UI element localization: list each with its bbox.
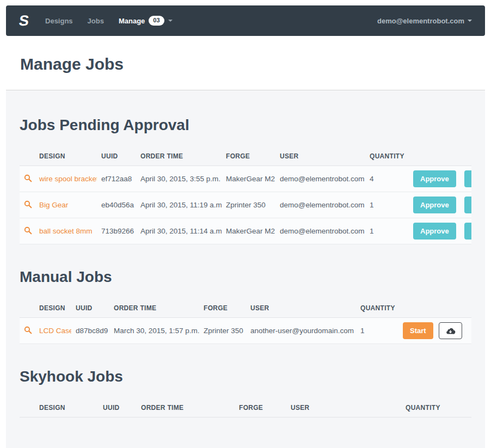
- nav-item-designs-label: Designs: [45, 17, 73, 25]
- column-header-user: USER: [286, 398, 401, 418]
- start-button[interactable]: Start: [403, 322, 433, 339]
- column-header-quantity: QUANTITY: [365, 147, 409, 166]
- table-header-row: DESIGNUUIDORDER TIMEFORGEUSERQUANTITY: [20, 147, 471, 166]
- user-cell: demo@elementrobot.com: [275, 192, 365, 218]
- actions-cell: Start: [398, 318, 471, 344]
- design-link[interactable]: ball socket 8mm: [39, 227, 93, 235]
- main-content: Jobs Pending Approval DESIGNUUIDORDER TI…: [6, 90, 485, 448]
- column-header-forge: FORGE: [222, 147, 275, 166]
- column-header-forge: FORGE: [199, 299, 246, 318]
- order-time-cell: April 30, 2015, 11:19 a.m.: [136, 192, 222, 218]
- design-preview-cell: [20, 318, 35, 344]
- nav-item-jobs-label: Jobs: [88, 17, 104, 25]
- design-cell: Big Gear: [35, 192, 97, 218]
- page-title: Manage Jobs: [20, 55, 471, 73]
- nav-item-manage[interactable]: Manage 03: [119, 16, 173, 26]
- user-email-label: demo@elementrobot.com: [377, 17, 464, 25]
- column-header-user: USER: [246, 299, 356, 318]
- column-header-forge: FORGE: [235, 398, 286, 418]
- column-header-design: DESIGN: [35, 147, 97, 166]
- uuid-cell: 713b9266: [97, 218, 136, 244]
- cloud-download-button[interactable]: [439, 322, 462, 339]
- pending-count-badge: 03: [149, 16, 164, 26]
- page-head: Manage Jobs: [6, 55, 485, 73]
- manual-jobs-table: DESIGNUUIDORDER TIMEFORGEUSERQUANTITY LC…: [20, 299, 471, 344]
- search-icon[interactable]: [24, 200, 32, 208]
- actions-cell: ApproveDeny: [409, 166, 471, 192]
- forge-cell: MakerGear M2: [222, 218, 275, 244]
- design-link[interactable]: LCD Case: [39, 327, 71, 335]
- deny-button[interactable]: Deny: [464, 197, 471, 213]
- design-preview-cell: [20, 166, 35, 192]
- column-header-design: DESIGN: [35, 299, 71, 318]
- user-cell: demo@elementrobot.com: [275, 166, 365, 192]
- table-row: wire spool bracketef712aa8April 30, 2015…: [20, 166, 471, 192]
- table-row: ball socket 8mm713b9266April 30, 2015, 1…: [20, 218, 471, 244]
- search-icon[interactable]: [24, 326, 32, 334]
- pending-approval-table: DESIGNUUIDORDER TIMEFORGEUSERQUANTITY wi…: [20, 147, 471, 244]
- column-header-design: DESIGN: [35, 398, 99, 418]
- design-link[interactable]: Big Gear: [39, 201, 68, 209]
- approve-button[interactable]: Approve: [413, 197, 456, 213]
- design-link[interactable]: wire spool bracket: [39, 175, 97, 183]
- page-wrapper: S Designs Jobs Manage 03 demo@elementrob…: [0, 0, 491, 448]
- skyhook-jobs-table: DESIGNUUIDORDER TIMEFORGEUSERQUANTITY: [20, 398, 471, 418]
- design-cell: wire spool bracket: [35, 166, 97, 192]
- column-spacer: [20, 299, 35, 318]
- actions-cell: ApproveDeny: [409, 192, 471, 218]
- caret-down-icon: [468, 20, 472, 22]
- design-preview-cell: [20, 218, 35, 244]
- nav-item-jobs[interactable]: Jobs: [88, 17, 104, 25]
- section-title-pending-approval: Jobs Pending Approval: [20, 116, 471, 134]
- column-header-uuid: UUID: [71, 299, 109, 318]
- caret-down-icon: [168, 20, 173, 22]
- column-spacer: [20, 147, 35, 166]
- column-header-order-time: ORDER TIME: [137, 398, 235, 418]
- table-row: Big Geareb40d56aApril 30, 2015, 11:19 a.…: [20, 192, 471, 218]
- table-header-row: DESIGNUUIDORDER TIMEFORGEUSERQUANTITY: [20, 299, 471, 318]
- deny-button[interactable]: Deny: [464, 170, 471, 187]
- order-time-cell: March 30, 2015, 1:57 p.m.: [109, 318, 199, 344]
- column-header-order-time: ORDER TIME: [136, 147, 222, 166]
- nav-item-manage-label: Manage: [119, 17, 145, 25]
- table-header-row: DESIGNUUIDORDER TIMEFORGEUSERQUANTITY: [20, 398, 471, 418]
- quantity-cell: 1: [365, 192, 409, 218]
- forge-cell: Zprinter 350: [222, 192, 275, 218]
- uuid-cell: ef712aa8: [97, 166, 136, 192]
- column-actions-spacer: [409, 147, 471, 166]
- column-header-order-time: ORDER TIME: [109, 299, 199, 318]
- user-menu[interactable]: demo@elementrobot.com: [377, 17, 472, 25]
- uuid-cell: eb40d56a: [97, 192, 136, 218]
- section-title-skyhook-jobs: Skyhook Jobs: [20, 368, 471, 385]
- quantity-cell: 4: [365, 166, 409, 192]
- cloud-download-icon: [445, 328, 456, 336]
- user-cell: demo@elementrobot.com: [275, 218, 365, 244]
- column-spacer: [20, 398, 35, 418]
- search-icon[interactable]: [24, 226, 32, 235]
- column-header-uuid: UUID: [97, 147, 136, 166]
- order-time-cell: April 30, 2015, 3:55 p.m.: [136, 166, 222, 192]
- order-time-cell: April 30, 2015, 11:14 a.m.: [136, 218, 222, 244]
- quantity-cell: 1: [356, 318, 398, 344]
- nav-item-designs[interactable]: Designs: [45, 17, 73, 25]
- forge-cell: MakerGear M2: [222, 166, 275, 192]
- deny-button[interactable]: Deny: [464, 223, 471, 240]
- quantity-cell: 1: [365, 218, 409, 244]
- section-title-manual-jobs: Manual Jobs: [20, 268, 471, 286]
- navbar: S Designs Jobs Manage 03 demo@elementrob…: [6, 5, 485, 36]
- approve-button[interactable]: Approve: [413, 170, 456, 187]
- column-header-uuid: UUID: [99, 398, 137, 418]
- search-icon[interactable]: [24, 174, 32, 182]
- user-cell: another-user@yourdomain.com: [246, 318, 356, 344]
- brand-logo[interactable]: S: [18, 14, 30, 28]
- forge-cell: Zprinter 350: [199, 318, 246, 344]
- approve-button[interactable]: Approve: [413, 223, 456, 240]
- uuid-cell: d87bc8d9: [71, 318, 109, 344]
- actions-cell: ApproveDeny: [409, 218, 471, 244]
- table-row: LCD Cased87bc8d9March 30, 2015, 1:57 p.m…: [20, 318, 471, 344]
- column-actions-spacer: [398, 299, 471, 318]
- column-header-quantity: QUANTITY: [356, 299, 398, 318]
- design-cell: LCD Case: [35, 318, 71, 344]
- column-header-user: USER: [275, 147, 365, 166]
- design-preview-cell: [20, 192, 35, 218]
